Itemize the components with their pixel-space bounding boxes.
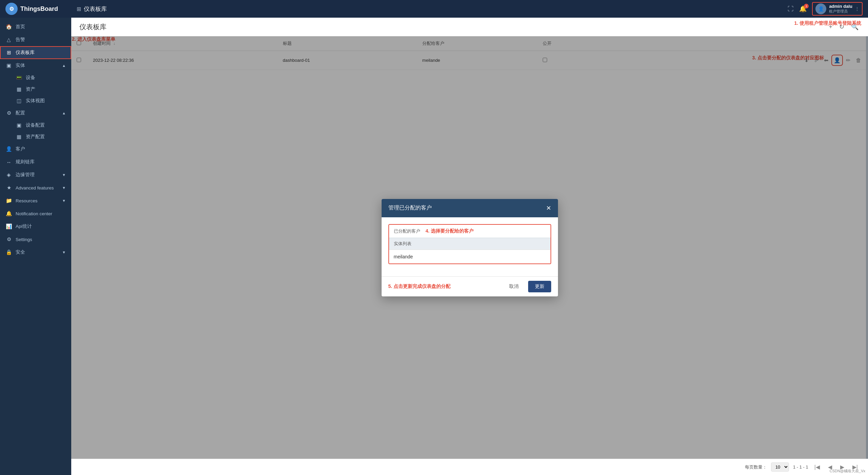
sidebar-item-customers[interactable]: 👤 客户: [0, 143, 71, 156]
dialog-close-button[interactable]: ✕: [546, 204, 551, 212]
sidebar-item-device-config[interactable]: ▣ 设备配置: [0, 120, 71, 131]
sidebar-item-config[interactable]: ⚙ 配置 ▲: [0, 107, 71, 120]
avatar: 👤: [815, 3, 826, 14]
header-title: ⊞ 仪表板库: [77, 5, 788, 13]
sidebar-item-assets[interactable]: ▦ 资产: [0, 84, 71, 95]
sidebar-label-edge-mgmt: 边缘管理: [16, 172, 35, 178]
sidebar-label-device-config: 设备配置: [26, 122, 45, 128]
sidebar-item-asset-config[interactable]: ▦ 资产配置: [0, 131, 71, 143]
per-page-select[interactable]: 10: [771, 462, 789, 472]
page-info: 1 - 1 - 1: [793, 464, 808, 470]
dialog-footer: 5. 点击更新完成仪表盘的分配 取消 更新: [382, 276, 558, 296]
header-page-title: 仪表板库: [84, 5, 107, 13]
advanced-features-arrow-icon: ▼: [62, 186, 66, 190]
last-page-button[interactable]: ▶|: [850, 463, 860, 471]
settings-icon: ⚙: [5, 236, 12, 242]
fullscreen-button[interactable]: ⛶: [788, 5, 794, 13]
logo: ⚙ ThingsBoard: [5, 3, 77, 15]
api-stats-icon: 📊: [5, 223, 12, 230]
sidebar-item-api-stats[interactable]: 📊 Api统计: [0, 220, 71, 233]
sidebar-label-asset-config: 资产配置: [26, 134, 45, 140]
sidebar-label-assets: 资产: [26, 86, 35, 92]
dialog-field-label: 已分配的客户: [394, 228, 420, 234]
sidebar-label-notification-center: Notification center: [16, 211, 52, 216]
manage-customer-dialog: 管理已分配的客户 ✕ 已分配的客户 4. 选择要分配给的客户 实体列表 meil…: [382, 199, 558, 296]
sidebar-item-settings[interactable]: ⚙ Settings: [0, 233, 71, 246]
sidebar-item-entities[interactable]: ▣ 实体 ▲: [0, 59, 71, 72]
sidebar-item-resources[interactable]: 📁 Resources ▼: [0, 194, 71, 207]
dialog-header: 管理已分配的客户 ✕: [382, 199, 558, 217]
cancel-button[interactable]: 取消: [504, 281, 524, 292]
prev-page-button[interactable]: ◀: [826, 463, 834, 471]
user-menu-arrow: ⋮: [855, 6, 859, 11]
home-icon: 🏠: [5, 24, 12, 30]
edge-mgmt-arrow-icon: ▼: [62, 173, 66, 177]
rule-chains-icon: ↔: [5, 159, 12, 165]
sidebar-item-devices[interactable]: 📟 设备: [0, 72, 71, 84]
header: ⚙ ThingsBoard ⊞ 仪表板库 ⛶ 🔔 1 👤 admin dalu …: [0, 0, 868, 18]
entities-arrow-icon: ▲: [62, 63, 66, 68]
security-arrow-icon: ▼: [62, 250, 66, 254]
sidebar-label-dashboards: 仪表板库: [16, 50, 35, 56]
table-container: 创建时间 ↓ 标题 分配给客户 公开: [71, 36, 868, 459]
user-name: admin dalu: [829, 4, 852, 9]
sidebar-label-entity-views: 实体视图: [26, 98, 45, 104]
sidebar-label-customers: 客户: [16, 146, 25, 152]
dashboard-library-icon: ⊞: [77, 6, 81, 12]
logo-text: ThingsBoard: [20, 5, 58, 13]
devices-icon: 📟: [16, 75, 22, 81]
sidebar-item-rule-chains[interactable]: ↔ 规则链库: [0, 156, 71, 168]
config-arrow-icon: ▲: [62, 111, 66, 115]
sidebar-label-advanced-features: Advanced features: [16, 185, 54, 190]
edge-mgmt-icon: ◈: [5, 172, 12, 178]
entity-views-icon: ◫: [16, 98, 22, 104]
sidebar-item-notification-center[interactable]: 🔔 Notification center: [0, 207, 71, 220]
sidebar-item-alerts[interactable]: △ 告警: [0, 33, 71, 46]
sidebar-label-alerts: 告警: [16, 37, 25, 43]
notification-center-icon: 🔔: [5, 211, 12, 217]
sidebar-label-security: 安全: [16, 249, 25, 255]
modal-overlay: 管理已分配的客户 ✕ 已分配的客户 4. 选择要分配给的客户 实体列表 meil…: [71, 36, 868, 459]
entity-list-header: 实体列表: [389, 238, 551, 250]
update-button[interactable]: 更新: [528, 281, 551, 292]
main-layout: 🏠 首页 △ 告警 ⊞ 仪表板库 ▣ 实体 ▲ 📟 设备 ▦ 资产 ◫ 实体视图: [0, 18, 868, 475]
user-text: admin dalu 租户管理员: [829, 4, 852, 14]
sidebar-item-home[interactable]: 🏠 首页: [0, 20, 71, 33]
next-page-button[interactable]: ▶: [838, 463, 846, 471]
assets-icon: ▦: [16, 86, 22, 92]
sidebar-item-entity-views[interactable]: ◫ 实体视图: [0, 95, 71, 107]
step5-annotation: 5. 点击更新完成仪表盘的分配: [388, 284, 451, 290]
refresh-button[interactable]: ↻: [838, 22, 846, 32]
page-actions: + ↻ 🔍: [827, 22, 860, 32]
first-page-button[interactable]: |◀: [812, 463, 822, 471]
sidebar-label-settings: Settings: [16, 237, 32, 242]
alerts-icon: △: [5, 37, 12, 43]
notification-badge: 1: [804, 4, 809, 8]
search-button[interactable]: 🔍: [850, 22, 860, 32]
page-header: 仪表板库 + ↻ 🔍: [71, 18, 868, 36]
entity-list-item[interactable]: meilande: [389, 250, 551, 263]
sidebar-item-advanced-features[interactable]: ★ Advanced features ▼: [0, 181, 71, 194]
user-role: 租户管理员: [829, 9, 852, 14]
entities-icon: ▣: [5, 62, 12, 69]
advanced-features-icon: ★: [5, 185, 12, 191]
sidebar-label-config: 配置: [16, 110, 25, 116]
dialog-body: 已分配的客户 4. 选择要分配给的客户 实体列表 meilande: [382, 217, 558, 276]
config-icon: ⚙: [5, 110, 12, 116]
security-icon: 🔒: [5, 249, 12, 255]
pagination: 每页数量： 10 1 - 1 - 1 |◀ ◀ ▶ ▶|: [71, 459, 868, 475]
sidebar-item-security[interactable]: 🔒 安全 ▼: [0, 246, 71, 259]
device-config-icon: ▣: [16, 122, 22, 128]
sidebar-item-dashboards[interactable]: ⊞ 仪表板库: [0, 46, 71, 59]
sidebar-label-rule-chains: 规则链库: [16, 159, 35, 165]
assigned-customers-field: 已分配的客户 4. 选择要分配给的客户 实体列表 meilande: [388, 224, 551, 264]
resources-arrow-icon: ▼: [62, 199, 66, 203]
logo-icon: ⚙: [5, 3, 18, 15]
sidebar-label-resources: Resources: [16, 198, 38, 203]
dialog-title: 管理已分配的客户: [388, 204, 432, 212]
add-button[interactable]: +: [827, 22, 834, 32]
notifications-button[interactable]: 🔔 1: [799, 5, 807, 13]
resources-icon: 📁: [5, 198, 12, 204]
user-menu[interactable]: 👤 admin dalu 租户管理员 ⋮: [812, 2, 863, 16]
sidebar-item-edge-mgmt[interactable]: ◈ 边缘管理 ▼: [0, 168, 71, 181]
